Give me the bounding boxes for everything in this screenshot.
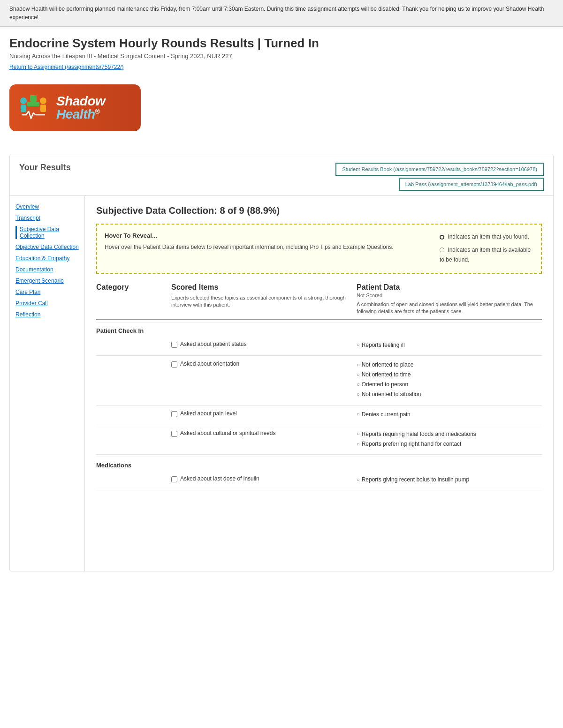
- sidebar-item-transcript[interactable]: Transcript: [15, 215, 79, 221]
- sidebar-item-education-empathy[interactable]: Education & Empathy: [15, 255, 79, 262]
- main-content: Your Results Student Results Book (/assi…: [9, 155, 554, 571]
- legend-available: Indicates an item that is available to b…: [440, 245, 533, 265]
- table-row: Asked about orientation Not oriented to …: [96, 356, 542, 405]
- scored-item-cultural-needs: Asked about cultural or spiritual needs: [171, 430, 357, 437]
- sidebar-item-provider-call[interactable]: Provider Call: [15, 300, 79, 307]
- return-to-assignment-link[interactable]: Return to Assignment (/assignments/75972…: [9, 64, 123, 70]
- patient-data-cultural-needs: Reports requiring halal foods and medica…: [357, 430, 542, 450]
- student-results-book-button[interactable]: Student Results Book (/assignments/75972…: [335, 163, 544, 176]
- section-patient-check-in: Patient Check In Asked about patient sta…: [96, 322, 542, 455]
- sidebar-item-reflection[interactable]: Reflection: [15, 311, 79, 318]
- col-category-header: Category: [96, 283, 171, 315]
- sidebar-item-subjective-data[interactable]: Subjective Data Collection: [15, 226, 79, 239]
- patient-data-insulin-dose: Reports giving recent bolus to insulin p…: [357, 475, 542, 485]
- hover-reveal-legend: Indicates an item that you found. Indica…: [440, 232, 533, 265]
- section-medications-header: Medications: [96, 457, 542, 471]
- svg-point-2: [20, 98, 27, 104]
- results-title: Your Results: [19, 163, 71, 173]
- table-row: Asked about last dose of insulin Reports…: [96, 471, 542, 490]
- sidebar-item-care-plan[interactable]: Care Plan: [15, 289, 79, 295]
- checkbox-patient-status[interactable]: [171, 342, 177, 348]
- scored-item-pain-level: Asked about pain level: [171, 410, 357, 417]
- checkbox-insulin-dose[interactable]: [171, 476, 177, 482]
- table-row: Asked about cultural or spiritual needs …: [96, 425, 542, 455]
- col-patient-header: Patient Data Not Scored A combination of…: [357, 283, 542, 315]
- legend-found: Indicates an item that you found.: [440, 232, 533, 242]
- sidebar-item-overview[interactable]: Overview: [15, 203, 79, 210]
- hover-reveal-heading: Hover To Reveal...: [105, 232, 421, 239]
- hover-reveal-left: Hover To Reveal... Hover over the Patien…: [105, 232, 421, 265]
- section-medications: Medications Asked about last dose of ins…: [96, 457, 542, 490]
- content-area: Overview Transcript Subjective Data Coll…: [10, 196, 553, 571]
- svg-rect-5: [40, 105, 46, 112]
- sidebar-item-emergent-scenario[interactable]: Emergent Scenario: [15, 278, 79, 284]
- action-buttons: Student Results Book (/assignments/75972…: [335, 163, 544, 191]
- table-row: Asked about pain level Denies current pa…: [96, 405, 542, 425]
- table-headers: Category Scored Items Experts selected t…: [96, 283, 542, 320]
- svg-point-4: [40, 98, 46, 104]
- lab-pass-button[interactable]: Lab Pass (/assignment_attempts/13789464/…: [399, 178, 544, 191]
- checkbox-cultural-needs[interactable]: [171, 431, 177, 437]
- maintenance-text: Shadow Health will be performing planned…: [9, 6, 544, 21]
- logo-area: Shadow Health®: [0, 75, 563, 150]
- main-panel: Subjective Data Collection: 8 of 9 (88.9…: [85, 196, 553, 571]
- checkbox-orientation[interactable]: [171, 361, 177, 368]
- sidebar-item-documentation[interactable]: Documentation: [15, 266, 79, 273]
- section-patient-check-in-header: Patient Check In: [96, 322, 542, 336]
- svg-rect-1: [27, 102, 39, 106]
- svg-rect-3: [21, 105, 26, 112]
- scored-item-orientation: Asked about orientation: [171, 360, 357, 368]
- shadow-health-logo: Shadow Health®: [9, 84, 141, 131]
- table-row: Asked about patient status Reports feeli…: [96, 336, 542, 356]
- page-subtitle: Nursing Across the Lifespan III - Medica…: [9, 53, 554, 60]
- logo-brand-text: Shadow Health®: [56, 95, 133, 121]
- section-main-title: Subjective Data Collection: 8 of 9 (88.9…: [96, 205, 542, 216]
- page-title: Endocrine System Hourly Rounds Results |…: [9, 36, 554, 51]
- sidebar-item-objective-data[interactable]: Objective Data Collection: [15, 244, 79, 250]
- col-scored-header: Scored Items Experts selected these topi…: [171, 283, 357, 315]
- patient-data-pain-level: Denies current pain: [357, 410, 542, 420]
- patient-data-patient-status: Reports feeling ill: [357, 341, 542, 351]
- page-header: Endocrine System Hourly Rounds Results |…: [0, 27, 563, 75]
- sidebar: Overview Transcript Subjective Data Coll…: [10, 196, 85, 571]
- results-header: Your Results Student Results Book (/assi…: [10, 155, 553, 196]
- maintenance-banner: Shadow Health will be performing planned…: [0, 0, 563, 27]
- patient-data-orientation: Not oriented to place Not oriented to ti…: [357, 360, 542, 400]
- svg-rect-0: [30, 95, 37, 102]
- scored-item-patient-status: Asked about patient status: [171, 341, 357, 348]
- scored-item-insulin-dose: Asked about last dose of insulin: [171, 475, 357, 482]
- hover-reveal-box: Hover To Reveal... Hover over the Patien…: [96, 224, 542, 274]
- logo-icon: [17, 91, 50, 124]
- hover-reveal-body: Hover over the Patient Data items below …: [105, 243, 421, 251]
- checkbox-pain-level[interactable]: [171, 411, 177, 417]
